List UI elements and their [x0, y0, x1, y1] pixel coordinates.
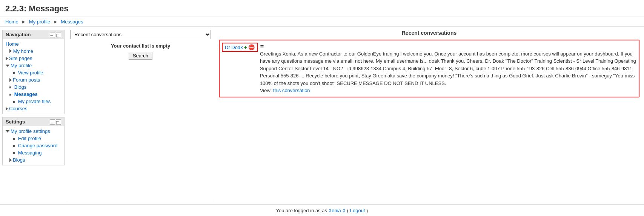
- nav-item-myhome: My home: [3, 48, 64, 55]
- breadcrumb-sep-2: ►: [53, 19, 58, 25]
- middle-panel: Recent conversations Your contact list i…: [67, 27, 214, 201]
- settings-bullet-editprofile: [13, 138, 15, 140]
- settings-toggle-expand[interactable]: □: [56, 119, 61, 125]
- conv-user-name[interactable]: Dr Doak: [225, 45, 243, 50]
- footer-as: as: [322, 208, 328, 213]
- footer: You are logged in as as Xenia X ( Logout…: [0, 204, 644, 216]
- footer-paren-close: ): [366, 208, 368, 213]
- nav-arrow-forumposts: [9, 78, 12, 82]
- footer-paren-open: (: [347, 208, 349, 213]
- nav-arrow-courses: [6, 107, 8, 111]
- nav-toggle-expand[interactable]: □: [56, 32, 61, 37]
- nav-item-viewprofile: View profile: [3, 69, 64, 76]
- nav-item-forumposts: Forum posts: [3, 76, 64, 83]
- nav-link-myprivatefiles[interactable]: My private files: [18, 99, 51, 104]
- add-contact-icon[interactable]: +: [244, 44, 247, 50]
- nav-item-home: Home: [3, 40, 64, 48]
- conv-message-area: ≣ Greetings Xenia, As a new Contractor t…: [260, 43, 636, 94]
- nav-link-myhome[interactable]: My home: [13, 48, 33, 54]
- breadcrumb-myprofile[interactable]: My profile: [29, 19, 50, 25]
- nav-item-courses: Courses: [3, 105, 64, 112]
- navigation-toggle-icons: – □: [50, 32, 61, 37]
- settings-item-changepassword: Change password: [3, 142, 64, 149]
- nav-link-home[interactable]: Home: [6, 41, 19, 47]
- settings-arrow-myprofilesettings: [6, 130, 9, 133]
- nav-arrow-sitepages: [6, 57, 8, 60]
- settings-link-messaging[interactable]: Messaging: [18, 150, 42, 156]
- footer-logout[interactable]: Logout: [350, 208, 365, 213]
- breadcrumb-home[interactable]: Home: [5, 19, 18, 25]
- conv-message-text: Greetings Xenia, As a new Contractor to …: [260, 50, 636, 87]
- settings-bullet-changepassword: [13, 145, 15, 147]
- conversations-select[interactable]: Recent conversations: [70, 30, 211, 39]
- settings-link-editprofile[interactable]: Edit profile: [18, 136, 41, 141]
- nav-bullet-blogs: [9, 86, 11, 88]
- nav-arrow-myprofile: [6, 65, 9, 67]
- nav-link-blogs[interactable]: Blogs: [14, 84, 27, 90]
- nav-item-blogs: Blogs: [3, 83, 64, 91]
- conv-view-link[interactable]: this conversation: [273, 88, 310, 93]
- nav-bullet-messages: [9, 94, 11, 96]
- settings-item-myprofilesettings: My profile settings: [3, 128, 64, 135]
- settings-link-myprofilesettings[interactable]: My profile settings: [11, 128, 50, 134]
- right-panel: Recent conversations Dr Doak + ⛔ ≣ Greet…: [214, 27, 644, 201]
- footer-username[interactable]: Xenia X: [329, 208, 346, 213]
- conversation-row: Dr Doak + ⛔ ≣ Greetings Xenia, As a new …: [219, 40, 639, 97]
- nav-item-myprofile: My profile: [3, 62, 64, 69]
- breadcrumb-sep-1: ►: [21, 19, 26, 25]
- settings-link-changepassword[interactable]: Change password: [18, 143, 58, 148]
- nav-bullet-myprivatefiles: [13, 101, 15, 103]
- navigation-header: Navigation – □: [3, 30, 64, 39]
- nav-link-viewprofile[interactable]: View profile: [18, 70, 43, 76]
- settings-list: My profile settings Edit profile Change …: [3, 126, 64, 165]
- navigation-list: Home My home Site pages My profile: [3, 39, 64, 114]
- message-icon: ≣: [260, 43, 264, 49]
- settings-arrow-blogs: [9, 158, 12, 162]
- nav-link-courses[interactable]: Courses: [9, 106, 27, 111]
- nav-arrow-myhome: [9, 49, 12, 53]
- settings-box: Settings – □ My profile settings Edit pr…: [2, 117, 65, 165]
- left-panel: Navigation – □ Home My home Site: [0, 27, 67, 201]
- settings-toggle-collapse[interactable]: –: [50, 119, 55, 125]
- nav-link-myprofile[interactable]: My profile: [11, 63, 32, 68]
- navigation-label: Navigation: [6, 32, 31, 37]
- settings-toggle-icons: – □: [50, 119, 61, 125]
- nav-item-messages: Messages: [3, 91, 64, 98]
- nav-link-sitepages[interactable]: Site pages: [9, 56, 32, 61]
- nav-toggle-collapse[interactable]: –: [50, 32, 55, 37]
- nav-item-sitepages: Site pages: [3, 55, 64, 62]
- settings-header: Settings – □: [3, 117, 64, 126]
- nav-link-messages[interactable]: Messages: [14, 91, 38, 97]
- search-button[interactable]: Search: [129, 52, 152, 60]
- nav-bullet-viewprofile: [13, 72, 15, 74]
- empty-contacts-message: Your contact list is empty: [70, 43, 211, 49]
- conv-view-label: View:: [260, 88, 273, 93]
- settings-link-blogs[interactable]: Blogs: [13, 157, 25, 163]
- contacts-dropdown-row: Recent conversations: [70, 30, 211, 39]
- navigation-box: Navigation – □ Home My home Site: [2, 30, 65, 114]
- conv-user-box: Dr Doak + ⛔: [222, 43, 258, 52]
- page-title: 2.2.3: Messages: [0, 0, 644, 17]
- settings-item-editprofile: Edit profile: [3, 135, 64, 142]
- settings-item-messaging: Messaging: [3, 149, 64, 156]
- breadcrumb: Home ► My profile ► Messages: [0, 17, 644, 27]
- layout: Navigation – □ Home My home Site: [0, 27, 644, 201]
- settings-bullet-messaging: [13, 152, 15, 154]
- settings-item-blogs: Blogs: [3, 156, 64, 164]
- breadcrumb-messages[interactable]: Messages: [61, 19, 83, 25]
- settings-label: Settings: [6, 119, 25, 125]
- logged-in-text: You are logged in as: [276, 208, 321, 213]
- nav-item-myprivatefiles: My private files: [3, 98, 64, 105]
- block-contact-icon[interactable]: ⛔: [248, 44, 255, 50]
- nav-link-forumposts[interactable]: Forum posts: [13, 77, 40, 83]
- recent-conversations-title: Recent conversations: [219, 30, 639, 36]
